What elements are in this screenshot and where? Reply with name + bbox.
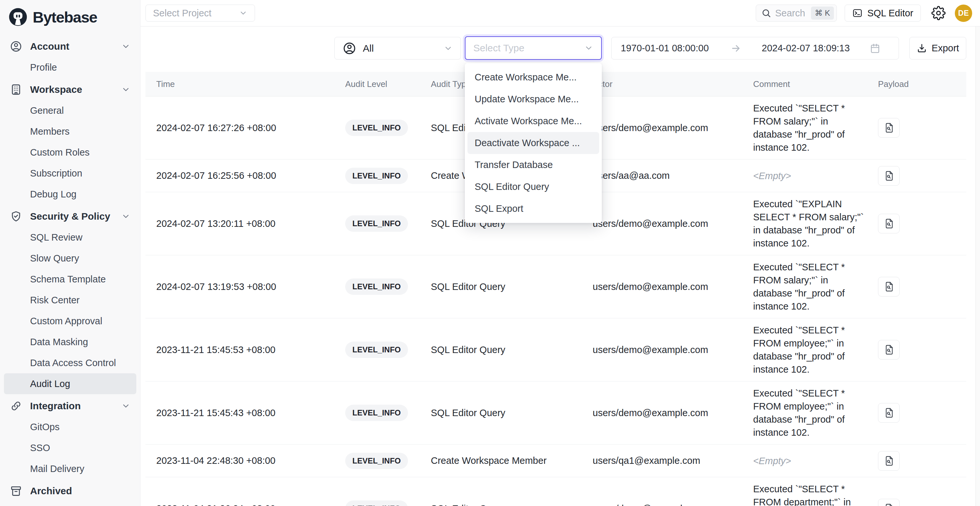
file-search-icon xyxy=(884,503,894,506)
audit-actor: users/demo@example.com xyxy=(593,218,753,229)
bytebase-logo[interactable]: Bytebase xyxy=(0,0,140,29)
column-header-time: Time xyxy=(145,79,345,89)
sidebar-section-workspace[interactable]: Workspace xyxy=(0,79,140,100)
sidebar-item-members[interactable]: Members xyxy=(4,121,136,142)
download-icon xyxy=(916,43,927,54)
building-icon xyxy=(10,83,22,96)
payload-button[interactable] xyxy=(878,499,900,506)
column-header-payload: Payload xyxy=(878,79,966,89)
chevron-down-icon xyxy=(239,9,247,18)
vertical-scrollbar[interactable] xyxy=(975,27,980,506)
chevron-down-icon xyxy=(121,85,130,94)
payload-button[interactable] xyxy=(878,166,900,186)
actor-filter-value: All xyxy=(363,43,437,54)
project-select-placeholder: Select Project xyxy=(153,8,239,19)
audit-actor: users/demo@example.com xyxy=(593,282,753,292)
type-menu-item[interactable]: Activate Workspace Me... xyxy=(468,110,599,132)
sidebar-item-debug-log[interactable]: Debug Log xyxy=(4,184,136,205)
chevron-down-icon xyxy=(121,42,130,51)
audit-time: 2024-02-07 16:27:26 +08:00 xyxy=(145,123,345,134)
sidebar-item-sso[interactable]: SSO xyxy=(4,438,136,458)
payload-button[interactable] xyxy=(878,118,900,138)
sidebar-section-archived[interactable]: Archived xyxy=(0,481,140,501)
type-filter-placeholder: Select Type xyxy=(473,43,584,54)
avatar[interactable]: DE xyxy=(955,5,972,22)
column-header-actor: Actor xyxy=(593,79,753,89)
audit-actor: users/demo@example.com xyxy=(593,503,753,506)
search-icon xyxy=(761,8,771,18)
audit-time: 2024-02-07 13:19:53 +08:00 xyxy=(145,282,345,292)
calendar-icon xyxy=(870,43,881,54)
search-shortcut-badge: ⌘ K xyxy=(811,6,834,20)
payload-button[interactable] xyxy=(878,340,900,360)
audit-time: 2024-02-07 13:20:11 +08:00 xyxy=(145,218,345,229)
sidebar-section-integration[interactable]: Integration xyxy=(0,396,140,417)
audit-comment: <Empty> xyxy=(753,164,878,188)
audit-level-badge: LEVEL_INFO xyxy=(345,342,408,358)
audit-type: SQL Editor Query xyxy=(431,345,593,355)
topbar: Select Project Search ⌘ K SQL Editor DE xyxy=(140,0,980,27)
search-input[interactable]: Search ⌘ K xyxy=(756,5,837,22)
type-menu-item[interactable]: SQL Export xyxy=(468,198,599,220)
sidebar-section-security-policy[interactable]: Security & Policy xyxy=(0,206,140,227)
audit-time: 2023-11-21 15:45:43 +08:00 xyxy=(145,407,345,418)
sidebar-item-data-masking[interactable]: Data Masking xyxy=(4,331,136,352)
shield-check-icon xyxy=(10,210,22,223)
payload-button[interactable] xyxy=(878,403,900,423)
file-search-icon xyxy=(884,407,894,418)
type-filter-select[interactable]: Select Type xyxy=(465,36,602,60)
type-menu-item[interactable]: Deactivate Workspace ... xyxy=(468,132,599,154)
audit-type: SQL Editor Query xyxy=(431,407,593,418)
column-header-comment: Comment xyxy=(753,79,878,89)
sidebar-item-custom-roles[interactable]: Custom Roles xyxy=(4,142,136,163)
export-button[interactable]: Export xyxy=(909,37,966,59)
file-search-icon xyxy=(884,456,894,466)
sidebar-nav: Account Profile Workspace GeneralMembers… xyxy=(0,29,140,501)
table-row: 2023-11-21 15:45:43 +08:00 LEVEL_INFO SQ… xyxy=(145,382,966,444)
search-placeholder: Search xyxy=(775,8,807,19)
date-range-picker[interactable]: 1970-01-01 08:00:00 2024-02-07 18:09:13 xyxy=(611,37,899,59)
arrow-right-icon xyxy=(730,43,741,54)
audit-time: 2023-11-21 15:45:53 +08:00 xyxy=(145,345,345,355)
payload-button[interactable] xyxy=(878,214,900,233)
type-menu-item[interactable]: SQL Editor Query xyxy=(468,176,599,198)
bytebase-logo-icon xyxy=(8,8,27,27)
link-icon xyxy=(10,400,22,412)
sidebar: Bytebase Account Profile Workspace Gener… xyxy=(0,0,140,506)
sql-editor-button[interactable]: SQL Editor xyxy=(845,5,921,22)
payload-button[interactable] xyxy=(878,451,900,471)
column-header-audit-level: Audit Level xyxy=(345,79,431,89)
chevron-down-icon xyxy=(584,43,593,53)
date-to: 2024-02-07 18:09:13 xyxy=(762,43,850,54)
file-search-icon xyxy=(884,282,894,292)
audit-actor: users/demo@example.com xyxy=(593,123,753,134)
type-menu-item[interactable]: Create Workspace Me... xyxy=(468,66,599,88)
payload-button[interactable] xyxy=(878,277,900,296)
audit-comment: Executed `"SELECT * FROM salary;"` in da… xyxy=(753,255,878,318)
gear-icon[interactable] xyxy=(931,6,946,20)
sidebar-item-gitops[interactable]: GitOps xyxy=(4,417,136,438)
sidebar-item-subscription[interactable]: Subscription xyxy=(4,163,136,184)
sidebar-item-profile[interactable]: Profile xyxy=(4,57,136,78)
audit-comment: Executed `"SELECT * FROM employee;"` in … xyxy=(753,318,878,381)
sidebar-item-sql-review[interactable]: SQL Review xyxy=(4,227,136,248)
sidebar-item-slow-query[interactable]: Slow Query xyxy=(4,248,136,269)
type-menu-item[interactable]: Transfer Database xyxy=(468,154,599,176)
type-menu-item[interactable]: Update Workspace Me... xyxy=(468,88,599,110)
sidebar-item-custom-approval[interactable]: Custom Approval xyxy=(4,310,136,331)
sidebar-item-risk-center[interactable]: Risk Center xyxy=(4,290,136,310)
audit-comment: Executed `"SELECT * FROM employee;"` in … xyxy=(753,382,878,444)
sidebar-item-general[interactable]: General xyxy=(4,100,136,121)
sidebar-item-schema-template[interactable]: Schema Template xyxy=(4,269,136,290)
actor-filter-select[interactable]: All xyxy=(334,37,461,59)
sidebar-item-mail-delivery[interactable]: Mail Delivery xyxy=(4,458,136,479)
audit-comment: Executed `"EXPLAIN SELECT * FROM salary;… xyxy=(753,192,878,255)
audit-actor: users/aa@aa.com xyxy=(593,170,753,181)
project-select[interactable]: Select Project xyxy=(145,5,255,22)
audit-actor: users/qa1@example.com xyxy=(593,455,753,466)
sidebar-section-account[interactable]: Account xyxy=(0,36,140,57)
sidebar-item-audit-log[interactable]: Audit Log xyxy=(4,373,136,394)
table-row: 2023-11-21 15:45:53 +08:00 LEVEL_INFO SQ… xyxy=(145,318,966,382)
sidebar-item-data-access-control[interactable]: Data Access Control xyxy=(4,352,136,373)
audit-actor: users/demo@example.com xyxy=(593,345,753,355)
